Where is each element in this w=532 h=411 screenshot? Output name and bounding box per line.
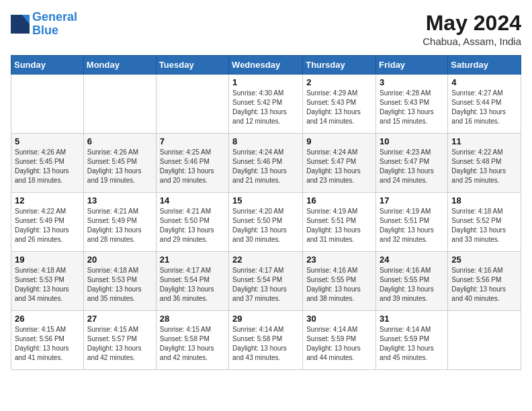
day-detail: Sunrise: 4:24 AM Sunset: 5:46 PM Dayligh… xyxy=(232,148,299,185)
day-detail: Sunrise: 4:19 AM Sunset: 5:51 PM Dayligh… xyxy=(380,207,444,244)
calendar-cell-1-7: 4Sunrise: 4:27 AM Sunset: 5:44 PM Daylig… xyxy=(448,75,521,134)
calendar-cell-2-7: 11Sunrise: 4:22 AM Sunset: 5:48 PM Dayli… xyxy=(448,134,521,193)
svg-rect-1 xyxy=(11,24,30,34)
day-detail: Sunrise: 4:16 AM Sunset: 5:56 PM Dayligh… xyxy=(451,266,517,304)
calendar-cell-1-5: 2Sunrise: 4:29 AM Sunset: 5:43 PM Daylig… xyxy=(303,75,376,134)
day-detail: Sunrise: 4:26 AM Sunset: 5:45 PM Dayligh… xyxy=(15,148,80,185)
day-number: 3 xyxy=(380,77,444,87)
day-detail: Sunrise: 4:25 AM Sunset: 5:46 PM Dayligh… xyxy=(160,148,225,185)
calendar-cell-5-4: 29Sunrise: 4:14 AM Sunset: 5:58 PM Dayli… xyxy=(229,311,303,370)
logo: General Blue xyxy=(11,11,77,38)
calendar-table: Sunday Monday Tuesday Wednesday Thursday… xyxy=(11,55,521,370)
calendar-cell-1-6: 3Sunrise: 4:28 AM Sunset: 5:43 PM Daylig… xyxy=(376,75,448,134)
calendar-cell-4-5: 23Sunrise: 4:16 AM Sunset: 5:55 PM Dayli… xyxy=(303,252,376,311)
day-number: 11 xyxy=(451,136,517,146)
calendar-cell-4-6: 24Sunrise: 4:16 AM Sunset: 5:55 PM Dayli… xyxy=(376,252,448,311)
calendar-cell-1-2 xyxy=(83,75,156,134)
day-number: 13 xyxy=(87,195,152,205)
day-number: 18 xyxy=(451,195,517,205)
header-wednesday: Wednesday xyxy=(229,56,303,75)
week-row-4: 19Sunrise: 4:18 AM Sunset: 5:53 PM Dayli… xyxy=(11,252,521,311)
calendar-cell-3-4: 15Sunrise: 4:20 AM Sunset: 5:50 PM Dayli… xyxy=(229,193,303,252)
day-number: 22 xyxy=(232,255,299,265)
day-detail: Sunrise: 4:27 AM Sunset: 5:44 PM Dayligh… xyxy=(451,89,517,126)
calendar-cell-4-3: 21Sunrise: 4:17 AM Sunset: 5:54 PM Dayli… xyxy=(156,252,228,311)
week-row-5: 26Sunrise: 4:15 AM Sunset: 5:56 PM Dayli… xyxy=(11,311,521,370)
calendar-cell-5-7 xyxy=(448,311,521,370)
header-saturday: Saturday xyxy=(448,56,521,75)
day-detail: Sunrise: 4:30 AM Sunset: 5:42 PM Dayligh… xyxy=(232,89,299,126)
day-number: 27 xyxy=(87,314,152,324)
title-block: May 2024 Chabua, Assam, India xyxy=(423,11,521,47)
calendar-cell-3-6: 17Sunrise: 4:19 AM Sunset: 5:51 PM Dayli… xyxy=(376,193,448,252)
day-detail: Sunrise: 4:18 AM Sunset: 5:53 PM Dayligh… xyxy=(15,266,80,304)
day-detail: Sunrise: 4:20 AM Sunset: 5:50 PM Dayligh… xyxy=(232,207,299,244)
week-row-2: 5Sunrise: 4:26 AM Sunset: 5:45 PM Daylig… xyxy=(11,134,521,193)
calendar-cell-3-7: 18Sunrise: 4:18 AM Sunset: 5:52 PM Dayli… xyxy=(448,193,521,252)
calendar-cell-5-1: 26Sunrise: 4:15 AM Sunset: 5:56 PM Dayli… xyxy=(11,311,84,370)
day-detail: Sunrise: 4:17 AM Sunset: 5:54 PM Dayligh… xyxy=(232,266,299,304)
day-detail: Sunrise: 4:14 AM Sunset: 5:59 PM Dayligh… xyxy=(306,325,372,363)
week-row-3: 12Sunrise: 4:22 AM Sunset: 5:49 PM Dayli… xyxy=(11,193,521,252)
day-detail: Sunrise: 4:15 AM Sunset: 5:58 PM Dayligh… xyxy=(160,325,225,363)
day-detail: Sunrise: 4:15 AM Sunset: 5:56 PM Dayligh… xyxy=(15,325,80,363)
calendar-header-row: Sunday Monday Tuesday Wednesday Thursday… xyxy=(11,56,521,75)
calendar-cell-2-4: 8Sunrise: 4:24 AM Sunset: 5:46 PM Daylig… xyxy=(229,134,303,193)
header-monday: Monday xyxy=(83,56,156,75)
day-detail: Sunrise: 4:23 AM Sunset: 5:47 PM Dayligh… xyxy=(380,148,444,185)
day-number: 4 xyxy=(451,77,517,87)
day-number: 17 xyxy=(380,195,444,205)
header-tuesday: Tuesday xyxy=(156,56,228,75)
day-number: 19 xyxy=(15,255,80,265)
header-thursday: Thursday xyxy=(303,56,376,75)
calendar-cell-2-5: 9Sunrise: 4:24 AM Sunset: 5:47 PM Daylig… xyxy=(303,134,376,193)
page-header: General Blue May 2024 Chabua, Assam, Ind… xyxy=(11,11,521,47)
day-detail: Sunrise: 4:15 AM Sunset: 5:57 PM Dayligh… xyxy=(87,325,152,363)
day-number: 29 xyxy=(232,314,299,324)
calendar-cell-2-2: 6Sunrise: 4:26 AM Sunset: 5:45 PM Daylig… xyxy=(83,134,156,193)
day-number: 15 xyxy=(232,195,299,205)
day-number: 24 xyxy=(380,255,444,265)
calendar-cell-3-3: 14Sunrise: 4:21 AM Sunset: 5:50 PM Dayli… xyxy=(156,193,228,252)
header-sunday: Sunday xyxy=(11,56,84,75)
day-number: 7 xyxy=(160,136,225,146)
day-number: 21 xyxy=(160,255,225,265)
day-detail: Sunrise: 4:16 AM Sunset: 5:55 PM Dayligh… xyxy=(380,266,444,304)
calendar-cell-3-2: 13Sunrise: 4:21 AM Sunset: 5:49 PM Dayli… xyxy=(83,193,156,252)
week-row-1: 1Sunrise: 4:30 AM Sunset: 5:42 PM Daylig… xyxy=(11,75,521,134)
day-detail: Sunrise: 4:21 AM Sunset: 5:50 PM Dayligh… xyxy=(160,207,225,244)
calendar-cell-1-4: 1Sunrise: 4:30 AM Sunset: 5:42 PM Daylig… xyxy=(229,75,303,134)
day-detail: Sunrise: 4:18 AM Sunset: 5:53 PM Dayligh… xyxy=(87,266,152,304)
day-number: 12 xyxy=(15,195,80,205)
day-number: 25 xyxy=(451,255,517,265)
calendar-cell-5-5: 30Sunrise: 4:14 AM Sunset: 5:59 PM Dayli… xyxy=(303,311,376,370)
calendar-cell-5-6: 31Sunrise: 4:14 AM Sunset: 5:59 PM Dayli… xyxy=(376,311,448,370)
day-number: 2 xyxy=(306,77,372,87)
day-number: 10 xyxy=(380,136,444,146)
day-number: 16 xyxy=(306,195,372,205)
calendar-cell-3-1: 12Sunrise: 4:22 AM Sunset: 5:49 PM Dayli… xyxy=(11,193,84,252)
day-detail: Sunrise: 4:29 AM Sunset: 5:43 PM Dayligh… xyxy=(306,89,372,126)
calendar-cell-3-5: 16Sunrise: 4:19 AM Sunset: 5:51 PM Dayli… xyxy=(303,193,376,252)
day-detail: Sunrise: 4:26 AM Sunset: 5:45 PM Dayligh… xyxy=(87,148,152,185)
day-number: 1 xyxy=(232,77,299,87)
day-number: 6 xyxy=(87,136,152,146)
day-detail: Sunrise: 4:16 AM Sunset: 5:55 PM Dayligh… xyxy=(306,266,372,304)
calendar-cell-2-3: 7Sunrise: 4:25 AM Sunset: 5:46 PM Daylig… xyxy=(156,134,228,193)
day-detail: Sunrise: 4:14 AM Sunset: 5:58 PM Dayligh… xyxy=(232,325,299,363)
calendar-cell-4-4: 22Sunrise: 4:17 AM Sunset: 5:54 PM Dayli… xyxy=(229,252,303,311)
day-detail: Sunrise: 4:14 AM Sunset: 5:59 PM Dayligh… xyxy=(380,325,444,363)
day-number: 23 xyxy=(306,255,372,265)
calendar-cell-4-2: 20Sunrise: 4:18 AM Sunset: 5:53 PM Dayli… xyxy=(83,252,156,311)
calendar-cell-1-3 xyxy=(156,75,228,134)
day-detail: Sunrise: 4:19 AM Sunset: 5:51 PM Dayligh… xyxy=(306,207,372,244)
header-friday: Friday xyxy=(376,56,448,75)
calendar-cell-4-7: 25Sunrise: 4:16 AM Sunset: 5:56 PM Dayli… xyxy=(448,252,521,311)
day-detail: Sunrise: 4:22 AM Sunset: 5:49 PM Dayligh… xyxy=(15,207,80,244)
day-detail: Sunrise: 4:17 AM Sunset: 5:54 PM Dayligh… xyxy=(160,266,225,304)
day-number: 31 xyxy=(380,314,444,324)
day-detail: Sunrise: 4:21 AM Sunset: 5:49 PM Dayligh… xyxy=(87,207,152,244)
day-number: 26 xyxy=(15,314,80,324)
day-detail: Sunrise: 4:18 AM Sunset: 5:52 PM Dayligh… xyxy=(451,207,517,244)
calendar-cell-4-1: 19Sunrise: 4:18 AM Sunset: 5:53 PM Dayli… xyxy=(11,252,84,311)
